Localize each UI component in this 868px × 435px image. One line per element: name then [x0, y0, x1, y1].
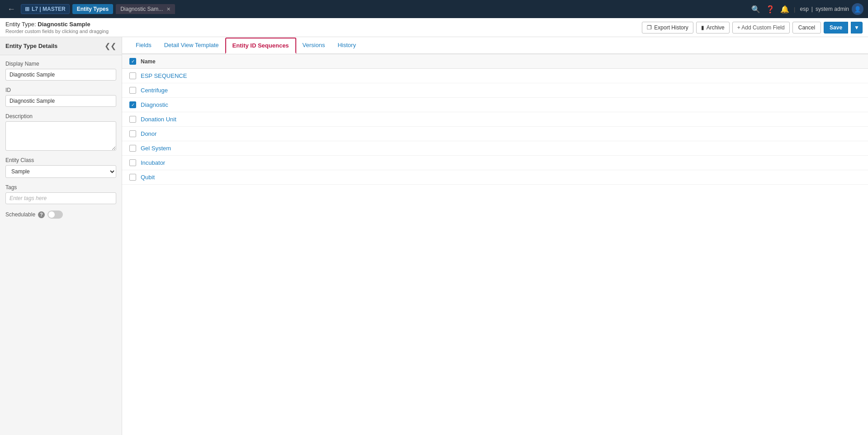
avatar: 👤: [852, 3, 863, 15]
schedulable-help-icon[interactable]: ?: [38, 211, 45, 218]
sidebar-collapse-button[interactable]: ❮❮: [104, 42, 116, 50]
row-name-gel-system[interactable]: Gel System: [141, 145, 861, 152]
tab-versions[interactable]: Versions: [296, 37, 332, 54]
row-name-donation-unit[interactable]: Donation Unit: [141, 116, 861, 123]
reorder-hint: Reorder custom fields by clicking and dr…: [5, 29, 109, 34]
tags-group: Tags Enter tags here: [5, 184, 116, 204]
description-textarea[interactable]: [5, 121, 116, 151]
tab-fields[interactable]: Fields: [129, 37, 158, 54]
table-row: Incubator: [122, 156, 868, 170]
main-layout: Entity Type Details ❮❮ Display Name ID D…: [0, 37, 868, 435]
id-label: ID: [5, 87, 116, 93]
page-tab[interactable]: Diagnostic Sam... ✕: [116, 4, 175, 14]
row-checkbox-centrifuge[interactable]: [129, 87, 136, 94]
select-all-checkbox[interactable]: ✓: [129, 58, 136, 65]
subheader-info: Entity Type: Diagnostic Sample Reorder c…: [5, 21, 109, 34]
archive-button[interactable]: ▮ Archive: [696, 22, 730, 33]
row-checkbox-donation-unit[interactable]: [129, 116, 136, 123]
table-row: Qubit: [122, 170, 868, 185]
content-area: Fields Detail View Template Entity ID Se…: [122, 37, 868, 435]
save-button[interactable]: Save: [824, 22, 848, 33]
entity-class-label: Entity Class: [5, 157, 116, 163]
description-group: Description: [5, 113, 116, 151]
id-group: ID: [5, 87, 116, 107]
schedulable-label: Schedulable: [5, 211, 35, 218]
row-name-incubator[interactable]: Incubator: [141, 159, 861, 166]
row-name-donor[interactable]: Donor: [141, 130, 861, 137]
archive-icon: ▮: [701, 24, 704, 31]
add-custom-label: + Add Custom Field: [737, 24, 785, 31]
tags-label: Tags: [5, 184, 116, 191]
row-checkbox-incubator[interactable]: [129, 159, 136, 166]
subheader: Entity Type: Diagnostic Sample Reorder c…: [0, 18, 868, 37]
back-button[interactable]: ←: [5, 4, 18, 15]
app-label: L7 | MASTER: [32, 6, 66, 12]
sidebar-header: Entity Type Details ❮❮: [0, 37, 122, 55]
export-icon: ❐: [647, 24, 652, 31]
description-label: Description: [5, 113, 116, 120]
bell-icon[interactable]: 🔔: [780, 5, 789, 14]
user-name: system admin: [816, 6, 849, 12]
export-label: Export History: [654, 24, 688, 31]
cancel-label: Cancel: [798, 24, 815, 31]
page-tab-label: Diagnostic Sam...: [120, 6, 163, 12]
row-checkbox-qubit[interactable]: [129, 174, 136, 181]
topbar: ← ⊞ L7 | MASTER Entity Types Diagnostic …: [0, 0, 868, 18]
display-name-input[interactable]: [5, 69, 116, 81]
save-caret-button[interactable]: ▼: [851, 22, 863, 33]
export-history-button[interactable]: ❐ Export History: [642, 22, 693, 33]
table-row: ESP SEQUENCE: [122, 69, 868, 83]
user-locale: esp: [800, 6, 808, 12]
row-name-qubit[interactable]: Qubit: [141, 174, 861, 181]
tags-input[interactable]: Enter tags here: [5, 192, 116, 204]
tab-history[interactable]: History: [331, 37, 362, 54]
table-row: Centrifuge: [122, 83, 868, 98]
sidebar-form: Display Name ID Description Entity Class…: [0, 55, 122, 224]
tab-entity-id-sequences[interactable]: Entity ID Sequences: [225, 38, 296, 54]
topbar-icons: 🔍 ❓ 🔔: [751, 5, 789, 14]
entity-class-group: Entity Class Sample Donor Device: [5, 157, 116, 178]
entity-type-prefix: Entity Type:: [5, 21, 38, 28]
row-checkbox-donor[interactable]: [129, 130, 136, 137]
save-label: Save: [830, 24, 842, 31]
sidebar-title: Entity Type Details: [5, 43, 57, 49]
add-custom-field-button[interactable]: + Add Custom Field: [732, 22, 790, 33]
caret-down-icon: ▼: [854, 24, 859, 31]
row-checkbox-gel-system[interactable]: [129, 145, 136, 152]
entity-type-title: Entity Type: Diagnostic Sample: [5, 21, 109, 28]
archive-label: Archive: [707, 24, 725, 31]
entity-type-value: Diagnostic Sample: [38, 21, 90, 28]
display-name-group: Display Name: [5, 61, 116, 81]
entity-class-select[interactable]: Sample Donor Device: [5, 165, 116, 178]
user-info: esp | system admin 👤: [800, 3, 863, 15]
tags-placeholder: Enter tags here: [9, 195, 47, 201]
id-input[interactable]: [5, 95, 116, 107]
table-row: Donor: [122, 127, 868, 141]
question-icon[interactable]: ❓: [766, 5, 775, 14]
table-row: Gel System: [122, 141, 868, 156]
col-name-header: Name: [141, 58, 861, 65]
table-row: Donation Unit: [122, 112, 868, 127]
table-container: ✓ Name ESP SEQUENCE Centrifuge ✓ Diagnos…: [122, 54, 868, 435]
display-name-label: Display Name: [5, 61, 116, 67]
row-checkbox-diagnostic[interactable]: ✓: [129, 101, 136, 108]
entity-types-label: Entity Types: [77, 6, 109, 12]
close-icon[interactable]: ✕: [166, 6, 171, 12]
cancel-button[interactable]: Cancel: [792, 22, 821, 33]
grid-icon: ⊞: [25, 6, 29, 12]
row-name-diagnostic[interactable]: Diagnostic: [141, 101, 861, 108]
table-row: ✓ Diagnostic: [122, 98, 868, 112]
tab-detail-view-template[interactable]: Detail View Template: [158, 37, 225, 54]
row-name-esp-sequence[interactable]: ESP SEQUENCE: [141, 72, 861, 79]
schedulable-group: Schedulable ?: [5, 210, 116, 219]
row-name-centrifuge[interactable]: Centrifuge: [141, 87, 861, 94]
sidebar: Entity Type Details ❮❮ Display Name ID D…: [0, 37, 122, 435]
table-header: ✓ Name: [122, 54, 868, 69]
app-badge: ⊞ L7 | MASTER: [21, 4, 70, 14]
schedulable-toggle[interactable]: [47, 210, 63, 219]
tabs-bar: Fields Detail View Template Entity ID Se…: [122, 37, 868, 54]
search-icon[interactable]: 🔍: [751, 5, 760, 14]
row-checkbox-esp-sequence[interactable]: [129, 72, 136, 79]
entity-types-button[interactable]: Entity Types: [72, 4, 113, 14]
subheader-actions: ❐ Export History ▮ Archive + Add Custom …: [642, 22, 863, 33]
